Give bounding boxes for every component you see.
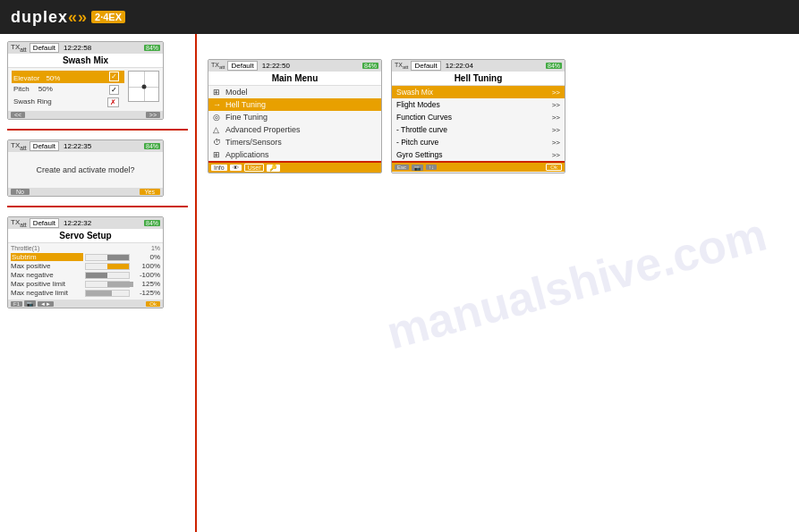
menu-item-apps[interactable]: ⊞ Applications	[208, 148, 381, 163]
servo-maxneglim-val: -125%	[132, 289, 160, 297]
footer-tab-key[interactable]: 🔑	[267, 165, 280, 172]
footer-tab-info[interactable]: Info	[211, 165, 227, 171]
menu-item-finetuning[interactable]: ◎ Fine Tuning	[208, 111, 381, 123]
ht-swashmix-row[interactable]: Swash Mix >>	[392, 86, 565, 98]
ht-camera-btn[interactable]: 📷	[412, 165, 423, 171]
ht-footer: Esc 📷 ↑↓ Ok	[392, 163, 565, 172]
menu-item-helltuning[interactable]: → Hell Tuning	[208, 98, 381, 111]
servo-widget: TXatt Default 12:22:32 84% Servo Setup T…	[7, 216, 164, 308]
main-menu-widget: TXatt Default 12:22:50 84% Main Menu ⊞ M…	[208, 59, 382, 173]
menu-timer-icon: ⏱	[213, 138, 222, 147]
servo-maxpos-bar-fill	[107, 264, 129, 269]
create-label: Default	[30, 141, 59, 151]
ht-flightmodes-row[interactable]: Flight Modes >>	[392, 98, 565, 111]
menu-item-timers[interactable]: ⏱ Timers/Sensors	[208, 136, 381, 148]
main-menu-time: 12:22:50	[262, 62, 290, 70]
servo-col-left: Throttle(1)	[11, 245, 149, 251]
menu-item-advanced[interactable]: △ Advanced Properties	[208, 123, 381, 136]
ht-nav-btn[interactable]: ↑↓	[426, 165, 437, 170]
logo: duplex«»	[11, 8, 88, 27]
servo-battery: 84%	[144, 220, 160, 226]
menu-adv-icon: △	[213, 125, 222, 134]
swash-right-btn[interactable]: >>	[146, 112, 160, 118]
ht-pitch-row[interactable]: - Pitch curve >>	[392, 136, 565, 148]
menu-hell-label: Hell Tuning	[225, 100, 377, 109]
swash-graphic	[128, 71, 159, 102]
no-button[interactable]: No	[11, 189, 30, 195]
ht-ok-btn[interactable]: Ok	[546, 164, 562, 171]
swash-title: Swash Mix	[8, 54, 163, 68]
menu-apps-label: Applications	[225, 150, 377, 159]
create-time: 12:22:35	[64, 142, 91, 150]
servo-maxneg-bar	[85, 272, 130, 279]
swash-left-btn[interactable]: <<	[11, 112, 25, 118]
swash-rows: Elevator 50% ✓ Pitch 50% ✓ Swash Ring ✗	[12, 71, 124, 108]
servo-subtrim-row: Subtrim 0%	[11, 253, 160, 261]
servo-f1-btn[interactable]: F1	[11, 301, 22, 307]
ht-funccurves-row[interactable]: Function Curves >>	[392, 111, 565, 123]
swash-footer: << >>	[8, 111, 163, 119]
servo-icon-btn[interactable]: 📷	[24, 300, 36, 307]
ht-swashmix-arrow: >>	[552, 89, 560, 97]
servo-maxpos-bar	[85, 263, 130, 270]
create-signal: TXatt	[11, 141, 27, 151]
servo-subtrim-label: Subtrim	[11, 253, 83, 261]
swash-pitch-row: Pitch 50% ✓	[12, 84, 124, 96]
servo-label: Default	[30, 218, 59, 228]
servo-maxposlim-label: Max positive limit	[11, 280, 83, 288]
swash-row-highlight: Elevator 50% ✓	[12, 71, 124, 83]
logo-arrows: «»	[68, 8, 88, 26]
footer-tab-eye[interactable]: 👁	[230, 165, 242, 171]
ht-label-val: Default	[411, 61, 440, 71]
swash-pitch-check: ✓	[109, 85, 119, 95]
menu-item-model[interactable]: ⊞ Model	[208, 86, 381, 98]
servo-maxneg-bar-fill	[86, 273, 107, 278]
servo-maxneg-val: -100%	[132, 271, 160, 279]
ht-throttle-arrow: >>	[552, 126, 560, 134]
ht-pitch-label: - Pitch curve	[396, 138, 550, 147]
menu-hell-icon: →	[213, 100, 222, 109]
ht-signal: TXatt	[395, 62, 408, 70]
swash-signal: TXatt	[11, 43, 27, 53]
servo-ok-btn[interactable]: Ok	[146, 301, 160, 307]
footer-tab-user[interactable]: User	[244, 164, 265, 172]
servo-maxneglim-label: Max negative limit	[11, 289, 83, 297]
servo-maxneglim-bar-fill	[86, 291, 112, 296]
ht-throttle-label: - Throttle curve	[396, 125, 550, 134]
logo-ex: 2·4EX	[91, 11, 125, 23]
main-menu-body: ⊞ Model → Hell Tuning ◎ Fine Tuning △ Ad…	[208, 86, 381, 163]
menu-model-icon: ⊞	[213, 88, 222, 97]
servo-time: 12:22:32	[64, 219, 91, 227]
ht-body: Swash Mix >> Flight Modes >> Function Cu…	[392, 86, 565, 163]
create-model-widget: TXatt Default 12:22:35 84% Create and ac…	[7, 139, 164, 197]
divider-1	[7, 129, 188, 131]
swash-elevator-label: Elevator	[13, 74, 39, 82]
servo-maxneg-label: Max negative	[11, 271, 83, 279]
hell-tuning-widget: TXatt Default 12:22:04 84% Hell Tuning S…	[391, 59, 565, 173]
swash-ring-row: Swash Ring ✗	[12, 97, 124, 108]
swash-header: TXatt Default 12:22:58 84%	[8, 42, 163, 54]
menu-model-label: Model	[225, 88, 377, 97]
main-menu-label-val: Default	[227, 61, 257, 71]
watermark: manualshive.com	[380, 207, 771, 359]
ht-esc-btn[interactable]: Esc	[395, 165, 409, 170]
servo-nav-btn[interactable]: ◄►	[38, 301, 54, 307]
servo-maxpos-label: Max positive	[11, 262, 83, 270]
servo-maxneglim-row: Max negative limit -125%	[11, 289, 160, 297]
servo-signal: TXatt	[11, 218, 27, 228]
yes-button[interactable]: Yes	[140, 189, 160, 195]
ht-time: 12:22:04	[446, 62, 473, 70]
servo-col-headers: Throttle(1) 1%	[11, 245, 160, 251]
main-menu-footer: Info 👁 User 🔑	[208, 163, 381, 173]
swash-label: Default	[30, 43, 59, 53]
servo-header: TXatt Default 12:22:32 84%	[8, 217, 163, 229]
servo-subtrim-bar	[85, 254, 130, 261]
servo-maxposlim-row: Max positive limit 125%	[11, 280, 160, 288]
right-widgets: TXatt Default 12:22:50 84% Main Menu ⊞ M…	[208, 50, 788, 173]
ht-title: Hell Tuning	[392, 72, 565, 86]
servo-maxpos-row: Max positive 100%	[11, 262, 160, 270]
servo-maxpos-val: 100%	[132, 262, 160, 270]
ht-gyro-row[interactable]: Gyro Settings >>	[392, 148, 565, 163]
menu-fine-icon: ◎	[213, 113, 222, 122]
ht-throttle-row[interactable]: - Throttle curve >>	[392, 123, 565, 136]
